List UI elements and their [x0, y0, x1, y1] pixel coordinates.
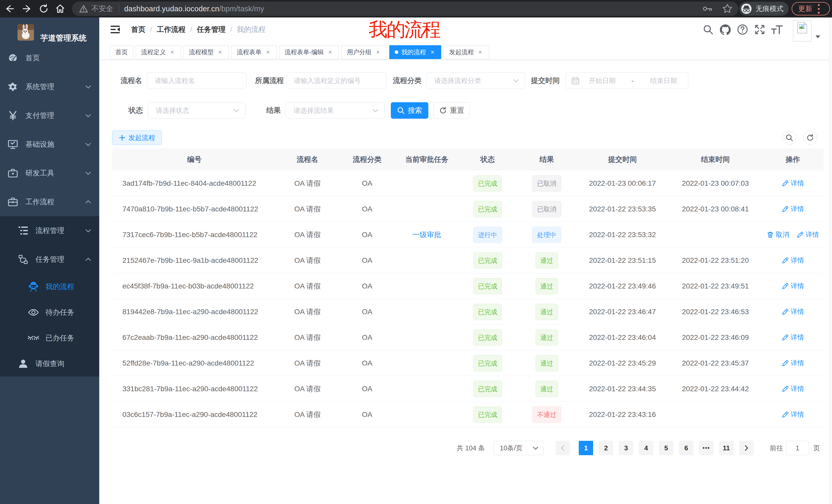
pager-ellipsis[interactable]: ••• [699, 441, 713, 455]
tab-用户分组[interactable]: 用户分组× [341, 45, 387, 59]
bookmark-star-icon[interactable] [722, 3, 733, 14]
browser-update-button[interactable]: 更新 [791, 2, 830, 16]
breadcrumb-item[interactable]: 首页 [131, 25, 146, 34]
status-badge: 已完成 [473, 304, 502, 320]
sidebar-item-基础设施[interactable]: 基础设施 [0, 130, 99, 159]
close-icon[interactable]: × [374, 49, 381, 56]
page-button-1[interactable]: 1 [579, 441, 593, 455]
page-size-select[interactable]: 10条/页 [493, 441, 544, 455]
tab-首页[interactable]: 首页 [110, 45, 133, 59]
browser-reload-button[interactable] [37, 3, 50, 15]
jump-page-input[interactable]: 1 [786, 441, 809, 455]
reset-button[interactable]: 重置 [434, 102, 470, 119]
search-button[interactable]: 搜索 [391, 102, 428, 119]
current-task-link[interactable]: 一级审批 [412, 230, 441, 240]
detail-link[interactable]: 详情 [782, 282, 804, 290]
sidebar-item-待办任务[interactable]: 待办任务 [0, 300, 99, 325]
avatar-caret-down-icon[interactable] [814, 33, 821, 40]
cancel-link[interactable]: 取消 [767, 230, 789, 239]
next-page-button[interactable] [739, 441, 754, 455]
sidebar-item-研发工具[interactable]: 研发工具 [0, 159, 99, 188]
filter-result-select[interactable]: 请选择流结果 [286, 102, 385, 119]
sidebar-item-任务管理[interactable]: 任务管理 [0, 245, 99, 274]
table-row: 7317cec6-7b9b-11ec-b5b7-acde48001122OA 请… [112, 222, 824, 248]
dashboard-icon [7, 52, 19, 64]
result-badge: 通过 [536, 355, 558, 371]
github-icon [719, 24, 731, 35]
user-avatar[interactable] [793, 20, 811, 41]
show-search-toggle-button[interactable] [782, 131, 796, 145]
search-icon [785, 134, 793, 142]
close-icon[interactable]: × [327, 49, 334, 56]
tab-流程定义[interactable]: 流程定义× [136, 45, 181, 59]
detail-link[interactable]: 详情 [782, 359, 804, 368]
tab-发起流程[interactable]: 发起流程× [444, 45, 489, 59]
detail-link[interactable]: 详情 [782, 384, 804, 393]
briefcase-icon [7, 196, 19, 207]
site-security-badge[interactable]: 不安全 [79, 4, 113, 13]
breadcrumb-item[interactable]: 任务管理 [197, 25, 226, 34]
page-button-4[interactable]: 4 [639, 441, 653, 455]
close-icon[interactable]: × [169, 49, 176, 56]
sidebar-item-首页[interactable]: 首页 [0, 44, 99, 73]
tab-我的流程[interactable]: 我的流程× [389, 45, 441, 59]
column-header-编号: 编号 [112, 155, 277, 164]
tab-流程模型[interactable]: 流程模型× [184, 45, 229, 59]
sidebar-item-系统管理[interactable]: 系统管理 [0, 73, 99, 101]
edit-pen-icon [782, 283, 789, 290]
header-search-button[interactable] [699, 18, 717, 41]
status-badge: 已完成 [473, 278, 502, 295]
sidebar-item-我的流程[interactable]: 我的流程 [0, 274, 99, 300]
page-button-11[interactable]: 11 [719, 441, 733, 455]
end-date-placeholder: 结束日期 [650, 76, 677, 85]
prev-page-button[interactable] [555, 441, 570, 455]
page-button-2[interactable]: 2 [599, 441, 613, 455]
page-scrollbar[interactable] [829, 18, 832, 504]
browser-back-button[interactable] [3, 3, 16, 15]
gear-icon [7, 81, 19, 92]
font-size-button[interactable] [768, 18, 785, 41]
close-icon[interactable]: × [265, 49, 271, 56]
browser-home-button[interactable] [54, 3, 66, 15]
detail-link[interactable]: 详情 [782, 307, 804, 316]
table-row: 52ffd28e-7b9a-11ec-a290-acde48001122OA 请… [112, 351, 824, 376]
sidebar-toggle-hamburger-icon[interactable] [110, 25, 120, 34]
sidebar-item-label: 系统管理 [25, 82, 54, 92]
close-icon[interactable]: × [217, 49, 224, 56]
browser-forward-button[interactable] [21, 3, 33, 15]
sidebar-item-请假查询[interactable]: 请假查询 [0, 351, 99, 376]
detail-link[interactable]: 详情 [782, 204, 804, 214]
sidebar-item-已办任务[interactable]: 已办任务 [0, 325, 99, 351]
page-button-6[interactable]: 6 [679, 441, 694, 455]
breadcrumb-item[interactable]: 工作流程 [157, 25, 186, 34]
tab-label: 首页 [115, 48, 128, 56]
start-date-placeholder: 开始日期 [589, 76, 616, 85]
refresh-table-button[interactable] [803, 131, 817, 145]
cell-submit-time: 2022-01-22 23:43:16 [576, 411, 669, 419]
tab-流程表单[interactable]: 流程表单× [231, 45, 277, 59]
detail-link[interactable]: 详情 [782, 256, 804, 265]
create-process-button[interactable]: 发起流程 [112, 131, 162, 145]
address-bar[interactable]: 不安全 dashboard.yudao.iocoder.cn/bpm/task/… [72, 2, 738, 16]
help-button[interactable] [734, 18, 751, 41]
detail-link[interactable]: 详情 [782, 333, 804, 342]
cell-operations: 详情 [762, 359, 824, 368]
github-link[interactable] [717, 18, 734, 41]
key-icon[interactable] [702, 4, 713, 14]
sidebar-item-支付管理[interactable]: 支付管理 [0, 101, 99, 130]
calendar-icon [571, 77, 579, 85]
sidebar-item-工作流程[interactable]: 工作流程 [0, 188, 99, 216]
detail-link[interactable]: 详情 [797, 230, 819, 239]
sidebar-item-流程管理[interactable]: 流程管理 [0, 216, 99, 245]
tab-流程表单-编辑[interactable]: 流程表单-编辑× [279, 45, 339, 59]
detail-link[interactable]: 详情 [782, 179, 804, 188]
close-icon[interactable]: × [477, 49, 484, 56]
fullscreen-button[interactable] [751, 18, 768, 41]
detail-link[interactable]: 详情 [782, 410, 804, 419]
result-badge: 通过 [536, 329, 558, 346]
filter-time-range-picker[interactable]: 开始日期 - 结束日期 [565, 73, 688, 89]
page-button-3[interactable]: 3 [619, 441, 633, 455]
close-icon[interactable]: × [429, 49, 436, 56]
page-button-5[interactable]: 5 [659, 441, 673, 455]
browser-menu-kebab-icon[interactable] [818, 4, 820, 13]
